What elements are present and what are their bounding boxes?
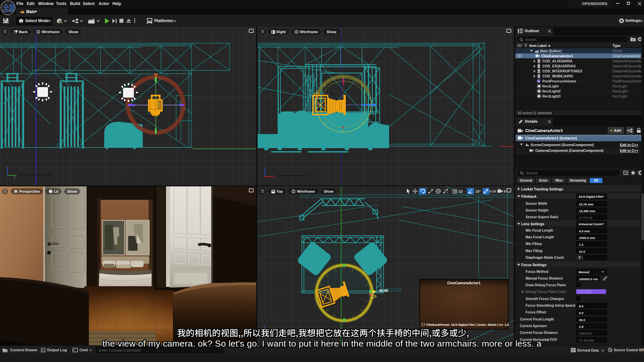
svg-text:1m: 1m	[47, 170, 52, 174]
svg-text:Y: Y	[13, 176, 15, 179]
svg-text:1m: 1m	[307, 171, 311, 175]
svg-text:-10.00: -10.00	[378, 289, 388, 293]
svg-text:x: x	[274, 176, 276, 179]
